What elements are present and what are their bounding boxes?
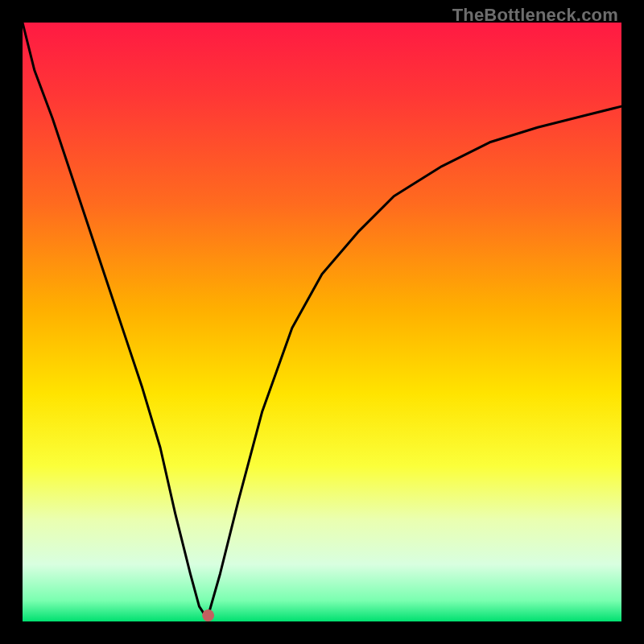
plot-area xyxy=(23,23,621,621)
watermark-text: TheBottleneck.com xyxy=(452,5,618,26)
chart-frame: TheBottleneck.com xyxy=(0,0,644,644)
chart-svg xyxy=(23,23,621,621)
optimal-point-marker xyxy=(202,609,214,621)
bottleneck-curve xyxy=(23,23,621,616)
